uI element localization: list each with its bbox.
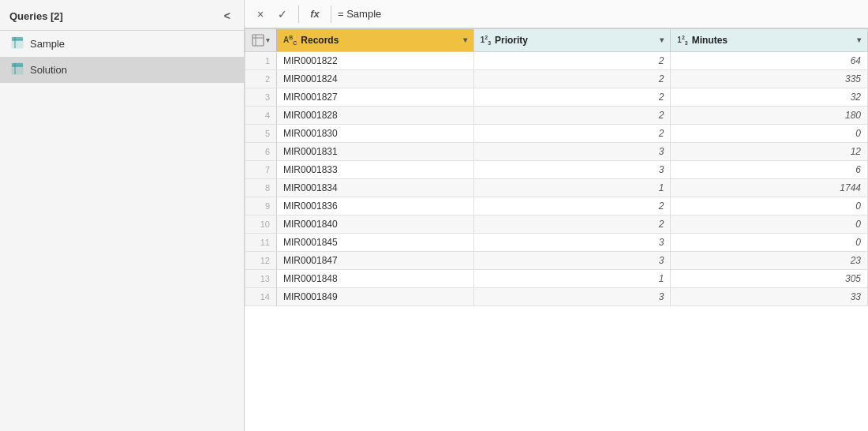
table-row: 12MIR0001847323 — [245, 252, 868, 270]
svg-rect-8 — [253, 35, 264, 46]
row-number: 7 — [245, 161, 277, 179]
cell-priority: 2 — [473, 216, 671, 234]
cell-records: MIR0001849 — [277, 288, 474, 306]
formula-fx-button[interactable]: fx — [305, 5, 324, 24]
minutes-dropdown-button[interactable]: ▾ — [857, 36, 861, 44]
table-body: 1MIR00018222642MIR000182423353MIR0001827… — [245, 52, 868, 306]
cell-minutes: 12 — [671, 143, 868, 161]
cell-minutes: 0 — [671, 216, 868, 234]
cell-records: MIR0001847 — [277, 252, 474, 270]
cell-records: MIR0001834 — [277, 179, 474, 197]
table-area: ▾ ABC Records ▾ — [245, 28, 868, 431]
cell-minutes: 0 — [671, 197, 868, 216]
cell-minutes: 0 — [671, 234, 868, 252]
table-query-icon-solution — [11, 62, 24, 77]
cell-records: MIR0001836 — [277, 197, 474, 216]
row-number: 1 — [245, 52, 277, 70]
row-number: 13 — [245, 270, 277, 288]
cell-minutes: 23 — [671, 252, 868, 270]
cell-priority: 2 — [473, 70, 671, 88]
table-row: 14MIR0001849333 — [245, 288, 868, 306]
row-number: 11 — [245, 234, 277, 252]
cell-minutes: 0 — [671, 125, 868, 143]
formula-confirm-button[interactable]: ✓ — [273, 5, 292, 24]
cell-records: MIR0001845 — [277, 234, 474, 252]
cell-records: MIR0001824 — [277, 70, 474, 88]
svg-rect-5 — [12, 63, 23, 66]
cell-records: MIR0001833 — [277, 161, 474, 179]
col-label-records: Records — [301, 35, 339, 46]
cell-records: MIR0001830 — [277, 125, 474, 143]
svg-rect-1 — [12, 37, 23, 40]
cell-minutes: 335 — [671, 70, 868, 88]
row-number: 14 — [245, 288, 277, 306]
records-dropdown-button[interactable]: ▾ — [463, 36, 467, 44]
table-query-icon-sample — [11, 36, 24, 51]
cell-minutes: 1744 — [671, 179, 868, 197]
formula-cancel-button[interactable]: × — [251, 5, 270, 24]
cell-minutes: 32 — [671, 88, 868, 107]
row-number: 6 — [245, 143, 277, 161]
sidebar-header: Queries [2] < — [0, 0, 244, 31]
cell-records: MIR0001827 — [277, 88, 474, 107]
sidebar-collapse-button[interactable]: < — [220, 8, 234, 24]
formula-divider — [298, 6, 299, 23]
table-row: 9MIR000183620 — [245, 197, 868, 216]
cell-minutes: 33 — [671, 288, 868, 306]
row-number: 8 — [245, 179, 277, 197]
cell-priority: 2 — [473, 88, 671, 107]
col-label-minutes: Minutes — [692, 35, 728, 46]
main-content: × ✓ fx — [245, 0, 868, 431]
table-row: 8MIR000183411744 — [245, 179, 868, 197]
cell-records: MIR0001831 — [277, 143, 474, 161]
sidebar-item-label-solution: Solution — [30, 64, 67, 76]
cell-priority: 1 — [473, 179, 671, 197]
sidebar: Queries [2] < Sample Solution — [0, 0, 245, 431]
formula-input[interactable] — [338, 8, 862, 20]
table-row: 10MIR000184020 — [245, 216, 868, 234]
cell-minutes: 180 — [671, 107, 868, 125]
row-number: 3 — [245, 88, 277, 107]
col-header-minutes: 123 Minutes ▾ — [671, 29, 868, 52]
cell-records: MIR0001840 — [277, 216, 474, 234]
sidebar-items: Sample Solution — [0, 31, 244, 83]
cell-priority: 3 — [473, 252, 671, 270]
cell-priority: 3 — [473, 161, 671, 179]
table-row: 6MIR0001831312 — [245, 143, 868, 161]
records-type-icon: ABC — [283, 35, 297, 46]
row-number: 4 — [245, 107, 277, 125]
dropdown-main-icon[interactable]: ▾ — [266, 36, 270, 44]
table-row: 2MIR00018242335 — [245, 70, 868, 88]
table-header-row: ▾ ABC Records ▾ — [245, 29, 868, 52]
row-num-header: ▾ — [245, 29, 277, 52]
col-label-priority: Priority — [495, 35, 528, 46]
cell-minutes: 305 — [671, 270, 868, 288]
cell-priority: 2 — [473, 107, 671, 125]
formula-bar: × ✓ fx — [245, 0, 868, 28]
cell-minutes: 64 — [671, 52, 868, 70]
sidebar-item-label-sample: Sample — [30, 38, 65, 50]
sidebar-title: Queries [2] — [9, 10, 63, 22]
table-row: 3MIR0001827232 — [245, 88, 868, 107]
formula-divider2 — [331, 6, 331, 23]
col-header-records: ABC Records ▾ — [277, 29, 474, 52]
cell-priority: 3 — [473, 234, 671, 252]
cell-minutes: 6 — [671, 161, 868, 179]
cell-priority: 3 — [473, 143, 671, 161]
sidebar-item-solution[interactable]: Solution — [0, 57, 244, 83]
data-table: ▾ ABC Records ▾ — [245, 28, 868, 306]
cell-priority: 2 — [473, 125, 671, 143]
row-number: 9 — [245, 197, 277, 216]
minutes-type-icon: 123 — [677, 35, 687, 46]
priority-dropdown-button[interactable]: ▾ — [660, 36, 664, 44]
priority-type-icon: 123 — [481, 35, 491, 46]
row-number: 2 — [245, 70, 277, 88]
sidebar-item-sample[interactable]: Sample — [0, 31, 244, 57]
table-row: 1MIR0001822264 — [245, 52, 868, 70]
cell-priority: 3 — [473, 288, 671, 306]
table-row: 13MIR00018481305 — [245, 270, 868, 288]
table-row: 11MIR000184530 — [245, 234, 868, 252]
row-number: 5 — [245, 125, 277, 143]
cell-records: MIR0001822 — [277, 52, 474, 70]
table-row: 4MIR00018282180 — [245, 107, 868, 125]
